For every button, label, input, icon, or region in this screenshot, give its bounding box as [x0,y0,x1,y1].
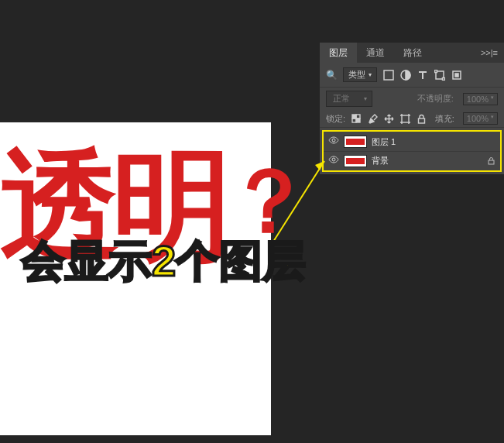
svg-rect-4 [442,77,444,80]
lock-icon [487,154,495,168]
svg-rect-3 [434,70,437,72]
fill-label: 填充: [435,113,454,125]
filter-type-select[interactable]: 类型▾ [343,67,377,82]
layer-filter-row: 🔍 类型▾ [320,63,504,88]
svg-rect-9 [356,115,360,118]
filter-shape-icon[interactable] [434,69,445,81]
svg-rect-8 [356,118,360,122]
search-icon[interactable]: 🔍 [326,70,338,81]
visibility-icon[interactable] [328,135,339,149]
svg-rect-15 [489,160,494,164]
layer-row[interactable]: 图层 1 [324,132,500,151]
filter-pixel-icon[interactable] [382,69,394,81]
lock-brush-icon[interactable] [367,113,378,124]
lock-label: 锁定: [326,113,345,125]
chevron-down-icon: ▾ [491,114,494,123]
filter-type-icon[interactable] [417,69,428,81]
panel-tabbar: 图层 通道 路径 >>|≡ [320,43,504,63]
visibility-icon[interactable] [328,154,339,168]
layer-thumbnail[interactable] [344,136,367,148]
filter-adjust-icon[interactable] [399,69,411,81]
chevron-down-icon: ▾ [369,71,372,78]
layer-name[interactable]: 背景 [372,155,389,167]
fill-value[interactable]: 100%▾ [463,112,498,125]
chevron-down-icon: ▾ [364,95,367,102]
blend-mode-select[interactable]: 正常▾ [326,91,372,107]
opacity-label: 不透明度: [417,93,454,105]
svg-rect-7 [352,115,356,118]
tab-channels[interactable]: 通道 [357,43,394,63]
annotation-text: 会显示2个图层 [22,232,306,291]
svg-rect-11 [402,115,409,122]
svg-rect-0 [384,70,393,80]
lock-move-icon[interactable] [383,113,394,124]
svg-rect-12 [418,118,424,123]
svg-rect-10 [352,118,356,122]
layers-highlight-box: 图层 1 背景 [322,130,502,172]
lock-row: 锁定: 填充: 100%▾ [320,110,504,128]
svg-point-13 [332,139,335,142]
lock-all-icon[interactable] [416,113,427,124]
lock-artboard-icon[interactable] [399,113,410,124]
layers-panel: 图层 通道 路径 >>|≡ 🔍 类型▾ 正常▾ 不透明度: 100%▾ 锁定: … [320,43,504,174]
panel-menu-icon[interactable]: >>|≡ [475,48,504,57]
tab-paths[interactable]: 路径 [394,43,431,63]
svg-rect-6 [455,74,458,77]
filter-smart-icon[interactable] [451,69,462,81]
svg-point-14 [332,158,335,161]
tab-layers[interactable]: 图层 [320,43,357,63]
blend-mode-row: 正常▾ 不透明度: 100%▾ [320,88,504,110]
opacity-value[interactable]: 100%▾ [463,93,498,105]
chevron-down-icon: ▾ [491,94,494,104]
layer-name[interactable]: 图层 1 [372,136,396,148]
layer-thumbnail[interactable] [344,155,367,167]
layer-row[interactable]: 背景 [324,151,500,170]
lock-transparent-icon[interactable] [351,113,362,124]
